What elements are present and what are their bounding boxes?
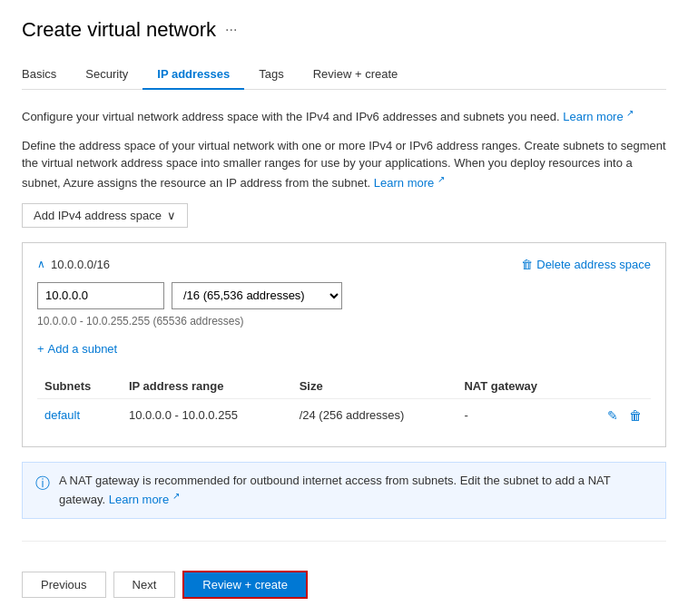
footer-buttons: Previous Next Review + create bbox=[22, 556, 666, 613]
edit-subnet-button[interactable]: ✎ bbox=[605, 406, 620, 425]
external-link-icon-3: ↗ bbox=[172, 491, 180, 501]
col-header-nat: NAT gateway bbox=[457, 374, 577, 399]
next-button[interactable]: Next bbox=[113, 572, 176, 598]
previous-button[interactable]: Previous bbox=[22, 572, 106, 598]
external-link-icon-1: ↗ bbox=[626, 108, 634, 118]
add-subnet-label: Add a subnet bbox=[48, 342, 118, 356]
review-create-button[interactable]: Review + create bbox=[182, 571, 308, 599]
col-header-actions bbox=[578, 374, 651, 399]
tab-tags[interactable]: Tags bbox=[244, 60, 298, 90]
col-header-ip-range: IP address range bbox=[122, 374, 292, 399]
address-space-value: 10.0.0.0/16 bbox=[51, 258, 110, 271]
add-ipv4-button[interactable]: Add IPv4 address space ∨ bbox=[22, 203, 188, 228]
dropdown-arrow-icon: ∨ bbox=[167, 209, 176, 222]
subnets-table: Subnets IP address range Size NAT gatewa… bbox=[37, 374, 651, 432]
subnet-actions-cell: ✎ 🗑 bbox=[578, 398, 651, 432]
trash-icon: 🗑 bbox=[629, 408, 642, 423]
cidr-select[interactable]: /16 (65,536 addresses) /17 (32,768 addre… bbox=[172, 282, 342, 309]
info-icon: ⓘ bbox=[35, 473, 50, 494]
tab-ip-addresses[interactable]: IP addresses bbox=[143, 60, 244, 90]
trash-icon-header: 🗑 bbox=[521, 258, 533, 271]
add-ipv4-label: Add IPv4 address space bbox=[34, 209, 162, 222]
page-title: Create virtual network bbox=[22, 18, 216, 42]
address-space-header: ∧ 10.0.0.0/16 🗑 Delete address space bbox=[37, 258, 651, 271]
table-row: default 10.0.0.0 - 10.0.0.255 /24 (256 a… bbox=[37, 398, 651, 432]
delete-subnet-button[interactable]: 🗑 bbox=[627, 406, 644, 425]
address-range-hint: 10.0.0.0 - 10.0.255.255 (65536 addresses… bbox=[37, 315, 651, 328]
plus-icon: + bbox=[37, 342, 44, 356]
ip-address-input[interactable] bbox=[37, 282, 164, 309]
action-icons: ✎ 🗑 bbox=[585, 406, 644, 425]
address-space-container: ∧ 10.0.0.0/16 🗑 Delete address space /16… bbox=[22, 242, 666, 447]
tab-security[interactable]: Security bbox=[71, 60, 143, 90]
external-link-icon-2: ↗ bbox=[437, 174, 445, 184]
subnet-name-link[interactable]: default bbox=[44, 408, 80, 422]
edit-icon: ✎ bbox=[607, 408, 618, 423]
footer-divider bbox=[22, 541, 666, 542]
tab-review-create[interactable]: Review + create bbox=[299, 60, 413, 90]
learn-more-link-1[interactable]: Learn more ↗ bbox=[563, 110, 634, 123]
more-options-icon[interactable]: ··· bbox=[225, 22, 237, 38]
nat-learn-more-link[interactable]: Learn more ↗ bbox=[109, 493, 180, 506]
subnet-size-cell: /24 (256 addresses) bbox=[292, 398, 457, 432]
subnet-nat-cell: - bbox=[457, 398, 577, 432]
address-input-row: /16 (65,536 addresses) /17 (32,768 addre… bbox=[37, 282, 651, 309]
tab-bar: Basics Security IP addresses Tags Review… bbox=[22, 60, 666, 90]
address-space-label: ∧ 10.0.0.0/16 bbox=[37, 258, 110, 271]
add-subnet-button[interactable]: + Add a subnet bbox=[37, 338, 117, 359]
nat-warning-box: ⓘ A NAT gateway is recommended for outbo… bbox=[22, 462, 666, 519]
description-2: Define the address space of your virtual… bbox=[22, 137, 666, 192]
collapse-icon[interactable]: ∧ bbox=[37, 258, 45, 270]
learn-more-link-2[interactable]: Learn more ↗ bbox=[374, 176, 445, 190]
tab-basics[interactable]: Basics bbox=[22, 60, 71, 90]
description-1: Configure your virtual network address s… bbox=[22, 106, 666, 126]
table-header-row: Subnets IP address range Size NAT gatewa… bbox=[37, 374, 651, 399]
nat-warning-text: A NAT gateway is recommended for outboun… bbox=[59, 472, 653, 509]
col-header-size: Size bbox=[292, 374, 457, 399]
subnet-name-cell: default bbox=[37, 398, 122, 432]
col-header-subnets: Subnets bbox=[37, 374, 122, 399]
delete-address-space-link[interactable]: 🗑 Delete address space bbox=[521, 258, 651, 271]
delete-label: Delete address space bbox=[536, 258, 651, 271]
subnet-ip-range-cell: 10.0.0.0 - 10.0.0.255 bbox=[122, 398, 292, 432]
